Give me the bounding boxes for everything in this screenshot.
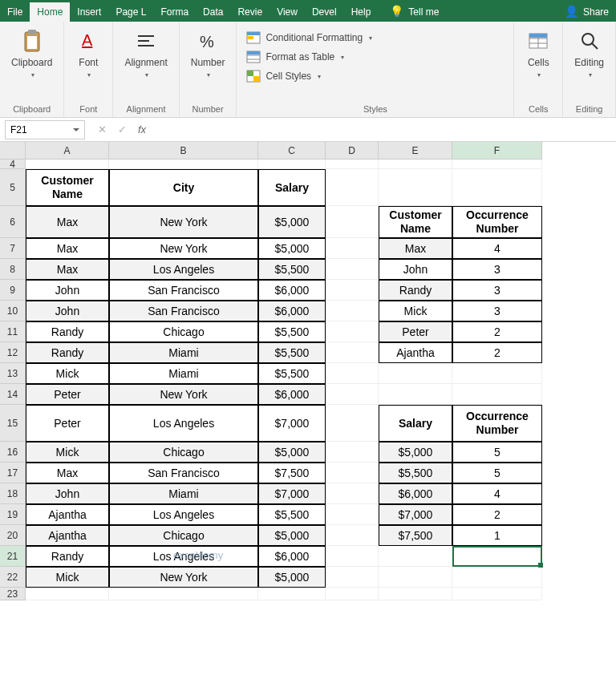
cell-B22[interactable]: New York	[109, 567, 258, 588]
row-header-21[interactable]: 21	[0, 546, 26, 567]
cell-D15[interactable]	[326, 405, 379, 442]
cell-B14[interactable]: New York	[109, 384, 258, 405]
row-header-13[interactable]: 13	[0, 363, 26, 384]
select-all-corner[interactable]	[0, 142, 26, 160]
cell-E12[interactable]: Ajantha	[379, 342, 452, 363]
spreadsheet-grid[interactable]: ABCDEF 456789101112131415161718192021222…	[0, 142, 616, 687]
cell-D20[interactable]	[326, 525, 379, 546]
row-header-20[interactable]: 20	[0, 525, 26, 546]
col-header-B[interactable]: B	[109, 142, 258, 160]
cell-B5[interactable]: City	[109, 169, 258, 206]
alignment-button[interactable]: Alignment▾	[120, 25, 172, 83]
row-header-7[interactable]: 7	[0, 238, 26, 259]
cell-A10[interactable]: John	[26, 301, 109, 321]
cell-E22[interactable]	[379, 567, 452, 588]
cell-E18[interactable]: $6,000	[379, 483, 452, 504]
tab-file[interactable]: File	[0, 2, 30, 22]
row-header-18[interactable]: 18	[0, 483, 26, 504]
cell-F4[interactable]	[452, 160, 542, 169]
cell-A14[interactable]: Peter	[26, 384, 109, 405]
cell-A13[interactable]: Mick	[26, 363, 109, 384]
cell-D9[interactable]	[326, 280, 379, 301]
cell-E9[interactable]: Randy	[379, 280, 452, 301]
cell-D8[interactable]	[326, 259, 379, 280]
cell-D12[interactable]	[326, 342, 379, 363]
cell-A12[interactable]: Randy	[26, 342, 109, 363]
cell-C16[interactable]: $5,000	[258, 442, 326, 463]
cell-E11[interactable]: Peter	[379, 321, 452, 342]
cell-C14[interactable]: $6,000	[258, 384, 326, 405]
row-header-16[interactable]: 16	[0, 442, 26, 463]
editing-button[interactable]: Editing▾	[569, 25, 609, 83]
col-header-C[interactable]: C	[258, 142, 326, 160]
cell-F7[interactable]: 4	[452, 238, 542, 259]
cell-B17[interactable]: San Francisco	[109, 463, 258, 483]
cell-F14[interactable]	[452, 384, 542, 405]
col-header-E[interactable]: E	[379, 142, 452, 160]
cell-B19[interactable]: Los Angeles	[109, 504, 258, 525]
cell-E13[interactable]	[379, 363, 452, 384]
cell-D14[interactable]	[326, 384, 379, 405]
row-header-6[interactable]: 6	[0, 206, 26, 238]
col-header-A[interactable]: A	[26, 142, 109, 160]
cell-F13[interactable]	[452, 363, 542, 384]
cell-E8[interactable]: John	[379, 259, 452, 280]
col-header-D[interactable]: D	[326, 142, 379, 160]
cell-B12[interactable]: Miami	[109, 342, 258, 363]
cell-A17[interactable]: Max	[26, 463, 109, 483]
tab-home[interactable]: Home	[30, 2, 70, 22]
cell-A22[interactable]: Mick	[26, 567, 109, 588]
cell-E20[interactable]: $7,500	[379, 525, 452, 546]
cells-button[interactable]: Cells▾	[521, 25, 556, 83]
cell-B8[interactable]: Los Angeles	[109, 259, 258, 280]
cell-F11[interactable]: 2	[452, 321, 542, 342]
cell-D19[interactable]	[326, 504, 379, 525]
row-header-22[interactable]: 22	[0, 567, 26, 588]
share-button[interactable]: 👤Share	[553, 1, 616, 22]
tab-review[interactable]: Revie	[230, 2, 270, 22]
row-header-23[interactable]: 23	[0, 588, 26, 600]
tab-formulas[interactable]: Forma	[153, 2, 196, 22]
cell-A21[interactable]: Randy	[26, 546, 109, 567]
cell-F10[interactable]: 3	[452, 301, 542, 321]
cell-F20[interactable]: 1	[452, 525, 542, 546]
cell-A11[interactable]: Randy	[26, 321, 109, 342]
cell-F19[interactable]: 2	[452, 504, 542, 525]
cell-styles[interactable]: Cell Styles▾	[243, 68, 375, 84]
cell-E14[interactable]	[379, 384, 452, 405]
row-header-12[interactable]: 12	[0, 342, 26, 363]
cell-B7[interactable]: New York	[109, 238, 258, 259]
cell-A16[interactable]: Mick	[26, 442, 109, 463]
cell-F8[interactable]: 3	[452, 259, 542, 280]
cell-F17[interactable]: 5	[452, 463, 542, 483]
cell-A8[interactable]: Max	[26, 259, 109, 280]
cell-F16[interactable]: 5	[452, 442, 542, 463]
tab-data[interactable]: Data	[196, 2, 230, 22]
row-header-8[interactable]: 8	[0, 259, 26, 280]
row-header-14[interactable]: 14	[0, 384, 26, 405]
cell-B9[interactable]: San Francisco	[109, 280, 258, 301]
cell-C15[interactable]: $7,000	[258, 405, 326, 442]
cell-A19[interactable]: Ajantha	[26, 504, 109, 525]
conditional-formatting[interactable]: Conditional Formatting▾	[243, 30, 375, 46]
row-header-15[interactable]: 15	[0, 405, 26, 442]
cell-E17[interactable]: $5,500	[379, 463, 452, 483]
row-header-19[interactable]: 19	[0, 504, 26, 525]
cell-C8[interactable]: $5,500	[258, 259, 326, 280]
cell-B13[interactable]: Miami	[109, 363, 258, 384]
cell-C21[interactable]: $6,000	[258, 546, 326, 567]
cell-B11[interactable]: Chicago	[109, 321, 258, 342]
cell-C6[interactable]: $5,000	[258, 206, 326, 238]
row-header-17[interactable]: 17	[0, 463, 26, 483]
cell-D4[interactable]	[326, 160, 379, 169]
cell-E19[interactable]: $7,000	[379, 504, 452, 525]
tab-page-layout[interactable]: Page L	[108, 2, 153, 22]
cell-F9[interactable]: 3	[452, 280, 542, 301]
row-header-5[interactable]: 5	[0, 169, 26, 206]
tell-me[interactable]: 💡Tell me	[378, 1, 446, 22]
row-header-11[interactable]: 11	[0, 321, 26, 342]
cell-B18[interactable]: Miami	[109, 483, 258, 504]
tab-insert[interactable]: Insert	[70, 2, 108, 22]
cell-D17[interactable]	[326, 463, 379, 483]
cell-F15[interactable]: Occurrence Number	[452, 405, 542, 442]
